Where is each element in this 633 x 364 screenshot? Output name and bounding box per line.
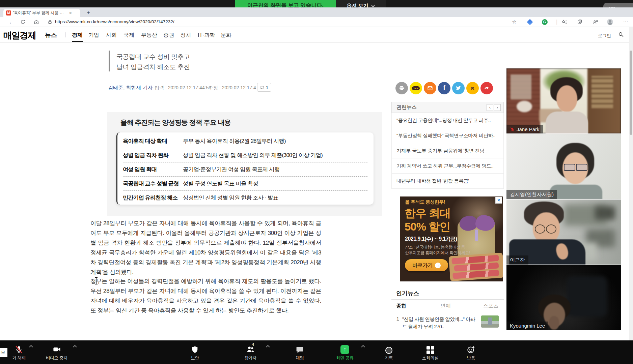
facebook-share-button[interactable]: f [438, 82, 450, 94]
participants-label: 참가자 [244, 355, 257, 361]
browser-avatar[interactable] [606, 18, 614, 26]
popular-news-item[interactable]: 1 "신입 사원 연봉인줄 알았네..." 아파트 월세가 무려 270.. [391, 312, 504, 334]
ime-hint-text: 모 [1, 350, 5, 356]
site-logo[interactable]: 매일경제 [3, 30, 36, 41]
nav-stock[interactable]: 증권 [163, 32, 174, 39]
ime-indicator: 모 [0, 348, 7, 357]
share-screen-label: 화면 공유 [336, 355, 354, 361]
profile-settings-glyph [593, 19, 598, 25]
related-news-item[interactable]: 가짜 계약서 쓰고 허위 근무...부정수급에 멍드.. [391, 158, 504, 174]
chevron-up-icon[interactable] [361, 345, 365, 347]
nav-realestate[interactable]: 부동산 [141, 32, 157, 39]
grammarly-extension-icon[interactable]: G [541, 18, 549, 26]
related-prev-button[interactable]: ‹ [487, 104, 493, 111]
twitter-share-button[interactable] [452, 82, 465, 94]
home-icon[interactable] [32, 18, 40, 26]
tab-entertainment[interactable]: 연예 [441, 303, 451, 309]
article-paragraph-2: 정부는 일하는 여성들의 경력단절을 예방하기 위해 육아휴직 제도의 활용도를… [90, 276, 321, 315]
chevron-up-icon[interactable] [266, 345, 270, 347]
participant-name: 김지영(인천사서원) [510, 191, 554, 198]
chat-label: 채팅 [296, 355, 304, 361]
row-value: 상장법인 전체 성별 임원 현황 조사 · 발표 [183, 194, 278, 202]
chat-button[interactable]: 채팅 [285, 340, 314, 364]
stop-video-button[interactable]: 비디오 중지 [38, 340, 76, 364]
unmute-button[interactable]: 거 해제 [3, 340, 34, 364]
share-screen-button[interactable]: ↑ 화면 공유 [328, 340, 362, 364]
chevron-up-icon[interactable] [29, 345, 33, 347]
browser-scrollbar-thumb[interactable] [630, 51, 632, 135]
site-favicon-icon: M [6, 10, 11, 16]
share-arrow-icon [484, 85, 490, 91]
participants-count-badge: 4 [252, 342, 254, 347]
popular-item-thumbnail [481, 315, 499, 328]
breakout-rooms-icon [426, 346, 434, 354]
nav-company[interactable]: 기업 [88, 32, 99, 39]
nav-society[interactable]: 사회 [106, 32, 117, 39]
favorite-star-icon[interactable]: ☆ [510, 18, 518, 26]
video-tile-jane-park[interactable]: Jane Park [506, 68, 621, 133]
record-button[interactable]: 기록 [374, 340, 404, 364]
nav-politics[interactable]: 정치 [180, 32, 191, 39]
print-button[interactable] [395, 82, 408, 94]
related-news-item[interactable]: 기재부·국토부·중기부·금융위에 '청년 전담.. [391, 143, 504, 158]
new-tab-button[interactable]: + [85, 9, 92, 16]
breakout-rooms-button[interactable]: 소회의실 [415, 340, 445, 364]
tab-general[interactable]: 종합 [396, 303, 406, 309]
url-text[interactable]: https://www.mk.co.kr/news/economy/view/2… [55, 19, 174, 24]
collections-glyph [577, 19, 582, 25]
video-tile-kyoungmin-lee[interactable]: Kyoungmin Lee [506, 265, 621, 330]
related-news-item[interactable]: "중요한건 고용인데"...당정 대선 앞두고 퍼주.. [391, 113, 504, 128]
kakaostory-share-button[interactable]: s [466, 82, 479, 94]
ad-close-icon[interactable]: ✕ [495, 197, 502, 204]
chevron-up-icon[interactable] [73, 345, 77, 347]
extension-icon[interactable] [526, 18, 534, 26]
nav-culture[interactable]: 문화 [221, 32, 231, 39]
ad-place-line1: 장소 : 전국대형마트, 농축협매장 등 [405, 244, 465, 250]
profile-settings-icon[interactable] [591, 18, 599, 26]
ad-dates: 2021.9.1(수) ~ 9.17(금) [405, 236, 457, 243]
popular-news-title: 인기뉴스 [391, 287, 504, 300]
browser-tab[interactable]: M '육아휴직' 부부 함께 사용 가능ㅎ × [3, 9, 80, 17]
participants-button[interactable]: 4 참가자 [233, 340, 267, 364]
nav-news[interactable]: 뉴스 [45, 31, 57, 39]
favorites-bar-icon[interactable] [560, 18, 568, 26]
browser-menu-icon[interactable]: ⋯ [622, 18, 630, 26]
video-tile-kim-jiyoung[interactable]: 김지영(인천사서원) [506, 134, 621, 199]
search-glyph [618, 32, 624, 37]
refresh-icon[interactable] [19, 18, 27, 26]
nav-it-science[interactable]: IT·과학 [198, 32, 215, 39]
kakaotalk-share-button[interactable]: TALK [410, 82, 422, 94]
ad-cta-button[interactable]: 바로가기 → [405, 259, 448, 271]
comment-count: 1 [266, 85, 268, 90]
nav-economy[interactable]: 경제 [72, 32, 83, 42]
row-value: 공기업·준정부기관 여성 임원 목표제 시행 [183, 166, 280, 173]
login-link[interactable]: 로그인 [598, 33, 611, 39]
tab-close-icon[interactable]: × [69, 11, 72, 15]
video-tile-lee-geunchan[interactable]: 이근찬 [506, 200, 621, 265]
nav-world[interactable]: 국제 [123, 32, 134, 39]
forward-icon[interactable]: → [5, 18, 13, 26]
table-row: 육아휴직 대상 확대부부 동시 육아휴직 허용(2월 28일부터 시행) [123, 134, 368, 148]
security-button[interactable]: 보안 [179, 340, 211, 364]
related-next-button[interactable]: › [494, 104, 501, 111]
article-byline[interactable]: 김태준, 최현재 기자 [108, 85, 153, 91]
related-news-item[interactable]: 내년부터 대학생 절반 '반값 등록금' [391, 174, 504, 189]
participant-name: Jane Park [517, 126, 540, 132]
participant-name-tag: 이근찬 [506, 255, 528, 265]
reactions-button[interactable]: 반응 [456, 340, 486, 364]
related-news-header: 관련뉴스 ‹ › [391, 102, 504, 113]
row-value: 부부 동시 육아휴직 허용(2월 28일부터 시행) [183, 138, 286, 145]
kakaostory-icon: s [471, 85, 474, 92]
participant-name-tag: Jane Park [506, 125, 543, 133]
advertisement[interactable]: 올 추석도 풍성한우! 한우 최대 50% 할인 2021.9.1(수) ~ 9… [400, 196, 503, 281]
share-link-button[interactable] [480, 82, 493, 94]
byline-divider: | [149, 85, 151, 90]
tab-sports[interactable]: 스포츠 [483, 303, 498, 309]
share-screen-icon: ↑ [340, 345, 349, 354]
search-icon[interactable] [618, 32, 624, 39]
email-share-button[interactable] [424, 82, 436, 94]
collections-icon[interactable] [576, 18, 584, 26]
row-value: 성별 구성 연도별 목표 비율 확정 [183, 180, 258, 187]
related-news-item[interactable]: "부동산정책 실패했다" 국책연구소마저 비판하.. [391, 128, 504, 143]
comment-count-badge[interactable]: 1 [257, 83, 271, 92]
